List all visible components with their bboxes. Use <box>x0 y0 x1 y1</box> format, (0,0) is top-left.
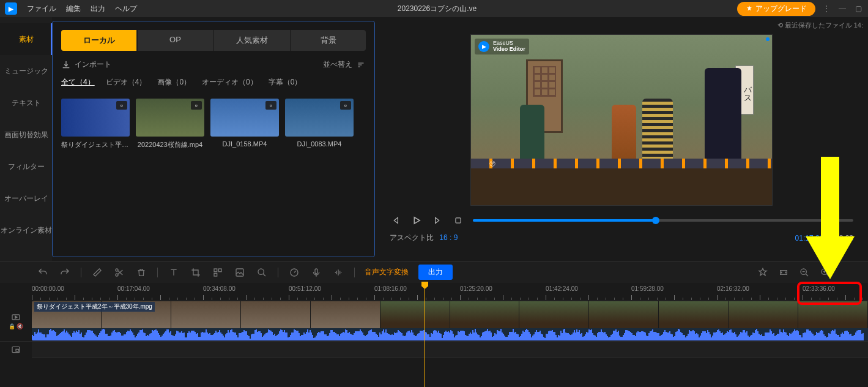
timeline-ruler[interactable]: 00:00:00.0000:17:04.0000:34:08.0000:51:1… <box>0 283 868 300</box>
secondary-track-head[interactable] <box>0 342 32 358</box>
progress-bar[interactable] <box>473 219 853 222</box>
filter-all[interactable]: 全て（4） <box>61 77 95 88</box>
video-clip[interactable]: 祭りダイジェスト平成2年～平成30年.mpg <box>32 301 868 340</box>
clip-label: 祭りダイジェスト平成2年～平成30年.mpg <box>34 302 155 312</box>
media-tab-background[interactable]: 背景 <box>290 30 366 51</box>
media-item[interactable]: ▫ DJI_0083.MP4 <box>285 99 354 149</box>
crop-icon[interactable] <box>190 266 202 279</box>
menu-file[interactable]: ファイル <box>27 4 56 14</box>
voice-convert-button[interactable]: 音声文字変換 <box>365 267 409 277</box>
split-icon[interactable] <box>113 266 125 279</box>
timeline: 00:00:00.0000:17:04.0000:34:08.0000:51:1… <box>0 283 868 358</box>
project-title: 20230226コブシの山.ve <box>137 4 737 14</box>
import-button[interactable]: インポート <box>61 59 111 70</box>
mic-icon[interactable] <box>310 266 322 279</box>
category-sidebar: 素材 ミュージック テキスト 画面切替効果 フィルター オーバーレイ オンライン… <box>0 17 52 261</box>
video-badge-icon: ▫ <box>265 101 276 110</box>
main-menu: ファイル 編集 出力 ヘルプ <box>27 4 137 14</box>
ruler-mark: 02:16:32.00 <box>717 285 749 292</box>
upgrade-button[interactable]: アップグレード <box>737 2 815 16</box>
mute-icon[interactable]: 🔇 <box>17 323 23 329</box>
menu-edit[interactable]: 編集 <box>66 4 81 14</box>
video-badge-icon: ▫ <box>340 101 351 110</box>
preview-video-content: バス ㋾ <box>471 35 772 205</box>
menu-export[interactable]: 出力 <box>91 4 105 14</box>
next-frame-button[interactable] <box>431 214 443 227</box>
thumbnail-label: 20220423桜前線.mp4 <box>136 140 204 149</box>
maximize-icon[interactable]: ▢ <box>853 4 863 13</box>
aspect-value[interactable]: 16 : 9 <box>439 233 458 242</box>
sidetab-online[interactable]: オンライン素材 <box>0 214 52 246</box>
aspect-label: アスペクト比 <box>390 233 434 242</box>
filter-subtitle[interactable]: 字幕（0） <box>269 77 302 88</box>
speed-icon[interactable] <box>288 266 300 279</box>
thumbnail-image: ▫ <box>210 99 279 137</box>
sort-button[interactable]: 並べ替え <box>323 59 366 70</box>
media-tab-popular[interactable]: 人気素材 <box>213 30 289 51</box>
secondary-track[interactable] <box>32 342 868 358</box>
sidetab-filter[interactable]: フィルター <box>0 151 52 182</box>
export-button[interactable]: 出力 <box>418 265 453 280</box>
media-tab-op[interactable]: OP <box>137 30 213 51</box>
play-button[interactable] <box>410 214 423 227</box>
menu-help[interactable]: ヘルプ <box>115 4 137 14</box>
svg-point-1 <box>116 269 118 271</box>
filter-video[interactable]: ビデオ（4） <box>106 77 147 88</box>
sidetab-text[interactable]: テキスト <box>0 87 52 119</box>
svg-rect-9 <box>315 269 317 274</box>
media-item[interactable]: ▫ DJI_0158.MP4 <box>210 99 279 149</box>
filter-audio[interactable]: オーディオ（0） <box>202 77 258 88</box>
edit-icon[interactable] <box>91 266 103 279</box>
media-item[interactable]: ▫ 20220423桜前線.mp4 <box>136 99 204 149</box>
fit-icon[interactable] <box>777 266 790 279</box>
media-item[interactable]: ▫ 祭りダイジェスト平成2... <box>61 99 130 149</box>
delete-icon[interactable] <box>135 266 147 279</box>
sidetab-music[interactable]: ミュージック <box>0 55 52 87</box>
lock-icon[interactable]: 🔒 <box>9 323 15 329</box>
minimize-icon[interactable]: — <box>837 4 847 13</box>
media-tab-local[interactable]: ローカル <box>61 30 136 51</box>
prev-frame-button[interactable] <box>390 214 402 227</box>
zoom-icon[interactable] <box>256 266 268 279</box>
stop-button[interactable] <box>452 214 464 227</box>
total-time: 1:58.03 <box>829 234 853 242</box>
undo-icon[interactable] <box>37 266 49 279</box>
picture-icon[interactable] <box>234 266 246 279</box>
media-panel: ローカル OP 人気素材 背景 インポート 並べ替え 全て（4） ビデオ（4） … <box>52 21 375 257</box>
sidetab-material[interactable]: 素材 <box>0 23 52 55</box>
ruler-mark: 01:59:28.00 <box>631 285 664 292</box>
svg-rect-15 <box>16 349 19 351</box>
media-source-tabs: ローカル OP 人気素材 背景 <box>61 30 366 51</box>
playhead[interactable] <box>425 283 425 387</box>
ruler-mark: 00:34:08.00 <box>203 285 236 292</box>
ruler-mark: 02:33:36.00 <box>803 285 835 292</box>
video-track[interactable]: 祭りダイジェスト平成2年～平成30年.mpg <box>32 300 868 342</box>
ruler-mark: 00:17:04.00 <box>117 285 150 292</box>
svg-point-2 <box>116 274 118 276</box>
audio-wave-icon[interactable] <box>332 266 344 279</box>
more-icon[interactable]: ⋮ <box>822 4 831 13</box>
mosaic-icon[interactable] <box>212 266 224 279</box>
preview-frame[interactable]: バス ㋾ ▶ EaseUSVideo Editor <box>470 34 773 206</box>
titlebar: ▶ ファイル 編集 出力 ヘルプ 20230226コブシの山.ve アップグレー… <box>0 0 868 17</box>
thumbnail-label: 祭りダイジェスト平成2... <box>61 140 130 149</box>
thumbnail-label: DJI_0083.MP4 <box>285 140 354 148</box>
sidetab-overlay[interactable]: オーバーレイ <box>0 182 52 214</box>
thumbnail-image: ▫ <box>61 99 130 137</box>
save-status: ⟲ 最近保存したファイル 14: <box>777 21 863 30</box>
marker-icon[interactable] <box>757 266 769 279</box>
zoom-out-icon[interactable] <box>798 266 811 279</box>
zoom-in-icon[interactable] <box>819 266 831 279</box>
video-track-icon <box>11 312 21 322</box>
ruler-mark: 01:25:20.00 <box>460 285 492 292</box>
redo-icon[interactable] <box>59 266 71 279</box>
text-icon[interactable] <box>168 266 180 279</box>
pip-track-icon <box>11 345 21 355</box>
svg-rect-3 <box>214 269 217 272</box>
filter-image[interactable]: 画像（0） <box>157 77 191 88</box>
sidetab-transition[interactable]: 画面切替効果 <box>0 119 52 151</box>
progress-knob[interactable] <box>652 217 659 224</box>
video-track-head[interactable]: 🔒 🔇 <box>0 300 32 342</box>
svg-rect-4 <box>218 269 221 272</box>
video-badge-icon: ▫ <box>191 101 202 110</box>
